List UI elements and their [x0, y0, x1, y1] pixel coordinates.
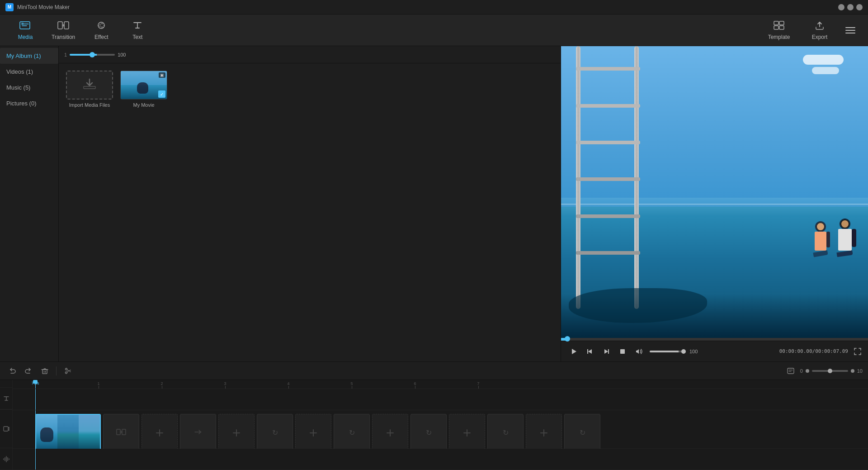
transition-icon-6: ↻ — [503, 428, 509, 437]
svg-marker-11 — [588, 349, 592, 354]
toolbar-effect[interactable]: Effect — [83, 18, 119, 43]
timecode-display: 00:00:00.00/00:00:07.09 — [779, 348, 848, 354]
progress-handle[interactable] — [565, 336, 570, 342]
zoom-dot-right[interactable] — [851, 369, 854, 373]
video-thumb: ▣ ✓ — [120, 71, 167, 100]
zoom-control: 0 10 — [784, 365, 863, 377]
lower-section: 0 10 — [0, 361, 868, 470]
play-button[interactable] — [566, 344, 581, 359]
volume-value: 100 — [689, 349, 702, 354]
zoom-dot[interactable] — [806, 369, 809, 373]
frame-1 — [36, 415, 57, 451]
sidebar-item-music[interactable]: Music (5) — [0, 80, 58, 95]
tick-5 — [352, 386, 352, 389]
divers-group — [813, 219, 853, 256]
my-movie-label: My Movie — [133, 102, 154, 108]
toolbar-transition[interactable]: Transition — [43, 18, 83, 43]
ruler-label-6: 6 — [414, 381, 416, 386]
undo-button[interactable] — [5, 365, 19, 377]
svg-rect-14 — [608, 349, 609, 354]
playhead-video-track — [35, 410, 36, 448]
toolbar-text[interactable]: Text — [119, 18, 156, 43]
svg-rect-21 — [117, 429, 120, 435]
transition-icon-4: ↻ — [349, 428, 355, 437]
delete-button[interactable] — [38, 365, 52, 377]
transition-slot-6[interactable]: ↻ — [487, 414, 524, 452]
video-track-row: 🔊 — [13, 410, 868, 449]
transition-slot-5[interactable]: ↻ — [410, 414, 447, 452]
sidebar-item-my-album[interactable]: My Album (1) — [0, 48, 58, 64]
preview-video — [561, 46, 868, 338]
close-button[interactable]: ✕ — [856, 4, 863, 10]
zoom-range-input[interactable] — [70, 54, 115, 56]
restore-button[interactable]: ❐ — [847, 4, 854, 10]
add-clip-slot-2[interactable] — [218, 414, 255, 452]
toolbar-template[interactable]: Template — [759, 18, 799, 43]
frame-2 — [57, 415, 79, 451]
tick-2 — [162, 386, 162, 389]
my-movie-item[interactable]: ▣ ✓ My Movie — [120, 71, 167, 108]
playback-progress[interactable] — [561, 338, 868, 341]
transition-slot-4[interactable]: ↻ — [334, 414, 370, 452]
minimize-button[interactable]: − — [838, 4, 844, 10]
import-icon — [81, 76, 98, 95]
text-icon — [132, 20, 143, 32]
ruler-label-5: 5 — [350, 381, 353, 386]
add-clip-slot-4[interactable] — [372, 414, 408, 452]
zoom-range[interactable] — [812, 370, 848, 372]
add-clip-slot[interactable] — [142, 414, 178, 452]
sidebar-item-pictures[interactable]: Pictures (0) — [0, 95, 58, 111]
diver-1 — [813, 222, 828, 256]
transition-icon-1 — [116, 427, 127, 439]
prev-frame-button[interactable] — [583, 344, 597, 359]
stop-button[interactable] — [615, 344, 630, 359]
toolbar-separator-1 — [56, 366, 57, 375]
add-clip-slot-3[interactable] — [295, 414, 331, 452]
fullscreen-button[interactable] — [853, 347, 863, 356]
cut-button[interactable] — [61, 365, 75, 377]
text-track-label — [0, 388, 12, 409]
tick-1 — [99, 386, 99, 389]
add-clip-slot-5[interactable] — [449, 414, 485, 452]
import-media-item[interactable]: Import Media Files — [66, 71, 113, 108]
sidebar-item-videos[interactable]: Videos (1) — [0, 64, 58, 80]
effect-label: Effect — [94, 34, 108, 40]
playhead-audio-track — [35, 449, 36, 470]
volume-slider[interactable] — [650, 351, 686, 352]
toolbar: Media Transition Effect Text — [0, 14, 868, 46]
media-grid: Import Media Files ▣ — [59, 63, 561, 361]
transition-slot-3[interactable]: ↻ — [257, 414, 293, 452]
ruler-label-4: 4 — [287, 381, 289, 386]
next-frame-button[interactable] — [599, 344, 613, 359]
timeline: 0 1 2 3 4 5 6 7 7.4s — [0, 380, 868, 470]
playhead-text-track — [35, 389, 36, 410]
sidebar: My Album (1) Videos (1) Music (5) Pictur… — [0, 46, 59, 361]
captions-button[interactable] — [784, 365, 797, 377]
transition-slot-7[interactable]: ↻ — [564, 414, 600, 452]
transition-slot-1[interactable] — [103, 414, 139, 452]
hamburger-menu[interactable] — [840, 24, 861, 36]
svg-rect-5 — [774, 21, 778, 25]
transition-slot-2[interactable] — [180, 414, 216, 452]
player-controls: 100 00:00:00.00/00:00:07.09 — [561, 341, 868, 361]
preview-panel: 100 00:00:00.00/00:00:07.09 — [561, 46, 868, 361]
video-clip[interactable]: 🔊 — [35, 414, 101, 452]
svg-rect-7 — [774, 26, 778, 29]
add-clip-slot-6[interactable] — [526, 414, 562, 452]
redo-button[interactable] — [22, 365, 35, 377]
window-controls: − ❐ ✕ — [838, 4, 863, 10]
svg-rect-8 — [779, 26, 784, 29]
toolbar-media[interactable]: Media — [7, 18, 43, 43]
svg-rect-1 — [21, 23, 24, 25]
app-logo: M — [5, 3, 14, 11]
svg-marker-10 — [572, 349, 576, 354]
svg-rect-22 — [122, 429, 126, 435]
playhead-time: 7.4s — [31, 381, 39, 385]
import-label: Import Media Files — [69, 102, 110, 108]
clip-frames — [36, 415, 100, 451]
volume-button[interactable] — [632, 344, 646, 359]
export-label: Export — [812, 34, 828, 40]
toolbar-export[interactable]: Export — [799, 18, 840, 43]
timeline-toolbar: 0 10 — [0, 362, 868, 380]
audio-track-label — [0, 448, 12, 470]
